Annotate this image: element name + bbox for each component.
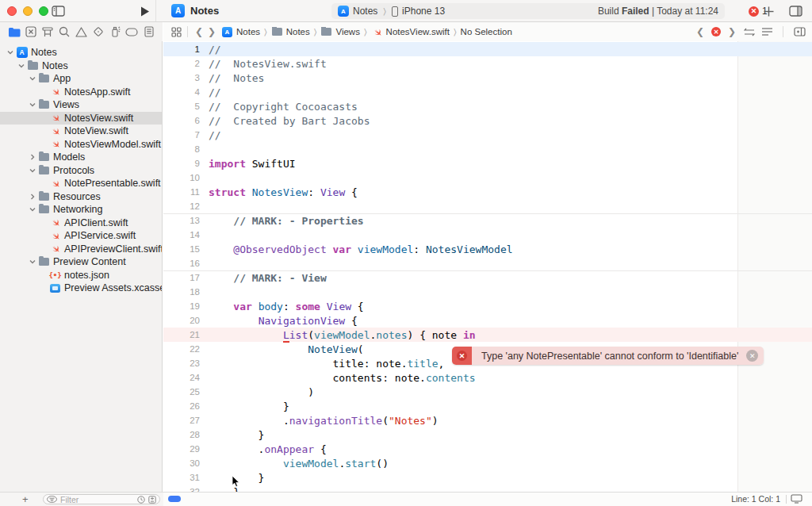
tree-item-views[interactable]: Views <box>0 98 162 112</box>
error-annotation-close-icon[interactable]: ✕ <box>746 350 758 362</box>
disclosure-chevron-icon[interactable] <box>29 75 36 82</box>
code-line-2[interactable]: 2// NotesView.swift <box>163 56 812 71</box>
tree-item-notes[interactable]: Notes <box>0 59 162 73</box>
window-zoom-button[interactable] <box>39 6 48 16</box>
issue-navigator-icon[interactable] <box>75 25 88 39</box>
tree-item-apiservice-swift[interactable]: APIService.swift <box>0 229 162 243</box>
breakpoint-navigator-icon[interactable] <box>125 25 139 39</box>
code-line-4[interactable]: 4// <box>163 85 812 99</box>
symbol-navigator-icon[interactable] <box>41 25 55 39</box>
code-line-3[interactable]: 3// Notes <box>163 71 812 85</box>
code-line-8[interactable]: 8 <box>163 142 812 156</box>
code-line-5[interactable]: 5// Copyright Cocoacasts <box>163 99 812 113</box>
run-button[interactable] <box>138 4 152 18</box>
tree-item-models[interactable]: Models <box>0 151 162 164</box>
scm-status-icon[interactable] <box>148 496 156 504</box>
code-line-27[interactable]: 27 .navigationTitle("Notes") <box>163 413 812 427</box>
code-line-18[interactable]: 18 <box>163 285 812 299</box>
tree-item-apiclient-swift[interactable]: APIClient.swift <box>0 217 162 230</box>
tree-item-preview-assets-xcassets[interactable]: Preview Assets.xcassets <box>0 282 162 295</box>
breadcrumb-item[interactable]: ANotes <box>221 27 260 37</box>
code-line-31[interactable]: 31 } <box>163 470 812 485</box>
disclosure-chevron-icon[interactable] <box>29 259 36 265</box>
report-navigator-icon[interactable] <box>142 25 155 39</box>
breadcrumb-item[interactable]: Views <box>320 27 359 36</box>
tree-item-notesview-swift[interactable]: NotesView.swift <box>0 112 162 125</box>
recent-files-clock-icon[interactable] <box>137 496 145 504</box>
breadcrumb-item[interactable]: No Selection <box>461 27 512 36</box>
debug-navigator-icon[interactable] <box>109 25 122 39</box>
code-line-12[interactable]: 12 <box>163 199 812 213</box>
code-line-10[interactable]: 10 <box>163 171 812 185</box>
code-line-17[interactable]: 17 // MARK: - View <box>163 270 812 285</box>
window-close-button[interactable] <box>7 6 17 16</box>
code-line-13[interactable]: 13 // MARK: - Properties <box>163 213 812 228</box>
tree-item-networking[interactable]: Networking <box>0 203 162 217</box>
find-navigator-icon[interactable] <box>58 25 71 39</box>
test-navigator-icon[interactable] <box>91 25 105 39</box>
tree-item-notes[interactable]: ANotes <box>0 46 162 59</box>
breakpoint-indicator[interactable] <box>168 496 181 502</box>
display-icon[interactable] <box>791 494 802 504</box>
tree-item-notesviewmodel-swift[interactable]: NotesViewModel.swift <box>0 138 162 151</box>
code-line-1[interactable]: 1// <box>163 42 812 56</box>
code-line-25[interactable]: 25 ) <box>163 385 812 399</box>
tree-item-apipreviewclient-swift[interactable]: APIPreviewClient.swift <box>0 243 162 256</box>
disclosure-chevron-icon[interactable] <box>29 154 36 160</box>
tree-item-noteview-swift[interactable]: NoteView.swift <box>0 125 162 138</box>
disclosure-chevron-icon[interactable] <box>29 194 36 200</box>
run-destination[interactable]: iPhone 13 <box>402 6 445 17</box>
tree-item-notepresentable-swift[interactable]: NotePresentable.swift <box>0 177 162 190</box>
code-line-32[interactable]: 32 } <box>163 485 812 492</box>
next-issue-icon[interactable]: ❯ <box>726 25 738 38</box>
tree-item-preview-content[interactable]: Preview Content <box>0 255 162 269</box>
code-line-21[interactable]: 21 List(viewModel.notes) { note in <box>163 328 812 342</box>
build-status[interactable]: Build Failed | Today at 11:24 <box>598 6 718 17</box>
breadcrumb-item[interactable]: Notes <box>271 27 310 36</box>
disclosure-chevron-icon[interactable] <box>29 102 36 108</box>
disclosure-chevron-icon[interactable] <box>29 206 36 213</box>
breadcrumb-item[interactable]: NotesView.swift <box>371 27 450 37</box>
code-line-26[interactable]: 26 } <box>163 399 812 413</box>
add-editor-icon[interactable] <box>793 25 806 38</box>
code-line-11[interactable]: 11struct NotesView: View { <box>163 185 812 199</box>
source-editor[interactable]: 1//2// NotesView.swift3// Notes4//5// Co… <box>163 41 812 492</box>
code-line-7[interactable]: 7// <box>163 128 812 142</box>
code-line-24[interactable]: 24 contents: note.contents <box>163 370 812 385</box>
code-line-30[interactable]: 30 viewModel.start() <box>163 456 812 470</box>
code-line-28[interactable]: 28 } <box>163 427 812 442</box>
tree-item-resources[interactable]: Resources <box>0 190 162 204</box>
code-line-9[interactable]: 9import SwiftUI <box>163 156 812 171</box>
code-line-6[interactable]: 6// Created by Bart Jacobs <box>163 113 812 128</box>
code-line-29[interactable]: 29 .onAppear { <box>163 442 812 456</box>
tree-item-app[interactable]: App <box>0 72 162 86</box>
tree-item-notesapp-swift[interactable]: NotesApp.swift <box>0 86 162 99</box>
editor-layout-icon[interactable] <box>788 4 802 18</box>
disclosure-chevron-icon[interactable] <box>29 167 36 174</box>
changes-navigator-icon[interactable] <box>24 25 37 39</box>
library-plus-icon[interactable] <box>761 4 776 18</box>
code-line-19[interactable]: 19 var body: some View { <box>163 299 812 313</box>
project-navigator-icon[interactable] <box>7 25 21 39</box>
forward-icon[interactable]: ❯ <box>205 25 218 38</box>
window-minimize-button[interactable] <box>23 6 33 16</box>
disclosure-chevron-icon[interactable] <box>17 63 25 69</box>
scheme-name[interactable]: Notes <box>353 6 377 17</box>
toggle-navigator-icon[interactable] <box>51 4 65 18</box>
tree-item-protocols[interactable]: Protocols <box>0 164 162 178</box>
code-line-20[interactable]: 20 NavigationView { <box>163 313 812 328</box>
back-icon[interactable]: ❮ <box>193 25 205 38</box>
adjust-editor-icon[interactable] <box>760 25 773 38</box>
issue-error-icon[interactable]: ✕ <box>711 27 721 36</box>
previous-issue-icon[interactable]: ❮ <box>694 25 707 38</box>
code-line-14[interactable]: 14 <box>163 228 812 242</box>
related-items-icon[interactable] <box>170 25 182 38</box>
disclosure-chevron-icon[interactable] <box>6 49 14 56</box>
counterparts-icon[interactable] <box>743 25 756 38</box>
tree-item-notes-json[interactable]: {•}notes.json <box>0 269 162 282</box>
filter-field[interactable]: Filter <box>43 494 160 504</box>
add-file-icon[interactable]: + <box>22 493 29 505</box>
code-line-15[interactable]: 15 @ObservedObject var viewModel: NotesV… <box>163 242 812 256</box>
code-line-16[interactable]: 16 <box>163 256 812 270</box>
scheme-selector[interactable]: A Notes 〉 iPhone 13 Build Failed | Today… <box>331 3 725 19</box>
